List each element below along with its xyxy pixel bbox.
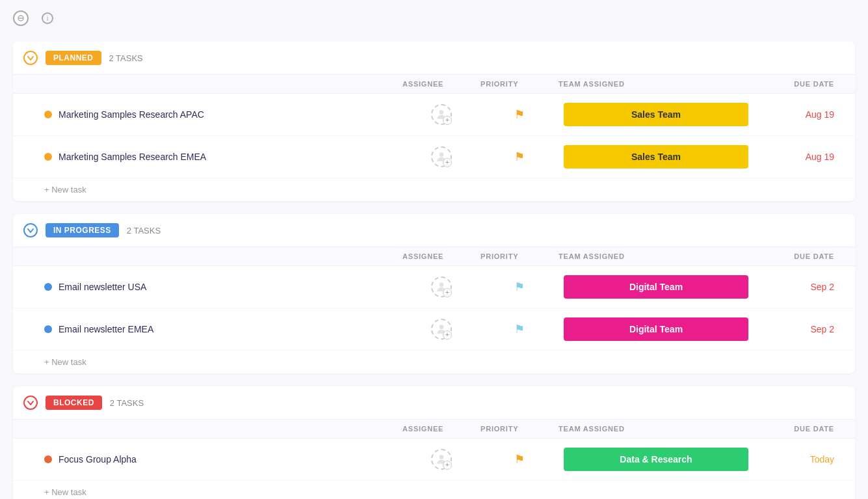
team-cell: Digital Team — [559, 317, 754, 341]
due-date: Sep 2 — [810, 282, 834, 292]
table-row[interactable]: Marketing Samples Research APAC + ⚑ Sale… — [13, 94, 855, 136]
col-header-task — [44, 252, 402, 260]
assignee-avatar[interactable]: + — [431, 449, 452, 470]
section-header-inprogress: IN PROGRESS 2 TASKS — [13, 214, 855, 247]
svg-point-4 — [440, 282, 444, 287]
col-header-due-date: DUE DATE — [754, 425, 845, 433]
assignee-cell[interactable]: + — [402, 104, 480, 125]
col-header-assignee: ASSIGNEE — [402, 425, 480, 433]
status-badge-inprogress: IN PROGRESS — [46, 223, 119, 237]
info-icon[interactable]: i — [42, 12, 53, 24]
priority-cell[interactable]: ⚑ — [480, 280, 559, 294]
priority-flag-icon: ⚑ — [514, 322, 525, 336]
task-dot — [44, 325, 52, 333]
task-count-planned: 2 TASKS — [109, 53, 143, 63]
svg-point-3 — [440, 152, 444, 157]
col-header-team-assigned: TEAM ASSIGNED — [559, 252, 754, 260]
add-assignee-icon[interactable]: + — [443, 330, 452, 340]
section-toggle-planned[interactable] — [23, 51, 38, 65]
task-dot — [44, 153, 52, 161]
task-name: Email newsletter EMEA — [59, 324, 153, 334]
col-headers-planned: ASSIGNEEPRIORITYTEAM ASSIGNEDDUE DATE — [13, 75, 855, 94]
table-row[interactable]: Focus Group Alpha + ⚑ Data & Research To… — [13, 438, 855, 481]
assignee-cell[interactable]: + — [402, 449, 480, 470]
assignee-cell[interactable]: + — [402, 146, 480, 167]
col-header-assignee: ASSIGNEE — [402, 252, 480, 260]
due-date: Sep 2 — [810, 324, 834, 334]
add-assignee-icon[interactable]: + — [443, 116, 452, 125]
section-inprogress: IN PROGRESS 2 TASKS ASSIGNEEPRIORITYTEAM… — [13, 214, 855, 373]
team-badge: Digital Team — [564, 317, 748, 341]
priority-flag-icon: ⚑ — [514, 280, 525, 294]
task-dot — [44, 283, 52, 291]
section-planned: PLANNED 2 TASKS ASSIGNEEPRIORITYTEAM ASS… — [13, 42, 855, 201]
priority-cell[interactable]: ⚑ — [480, 107, 559, 122]
col-header-priority: PRIORITY — [480, 252, 559, 260]
assignee-avatar[interactable]: + — [431, 276, 452, 297]
team-badge: Digital Team — [564, 275, 748, 299]
task-name-cell: Marketing Samples Research APAC — [44, 109, 402, 120]
table-row[interactable]: Email newsletter USA + ⚑ Digital Team Se… — [13, 266, 855, 308]
table-row[interactable]: Marketing Samples Research EMEA + ⚑ Sale… — [13, 136, 855, 178]
task-name: Marketing Samples Research EMEA — [59, 152, 206, 162]
assignee-avatar[interactable]: + — [431, 104, 452, 125]
col-header-due-date: DUE DATE — [754, 252, 845, 260]
add-assignee-icon[interactable]: + — [443, 288, 452, 297]
task-name: Focus Group Alpha — [59, 454, 137, 465]
col-headers-inprogress: ASSIGNEEPRIORITYTEAM ASSIGNEDDUE DATE — [13, 247, 855, 266]
due-date: Aug 19 — [806, 109, 834, 120]
assignee-avatar[interactable]: + — [431, 319, 452, 340]
task-count-inprogress: 2 TASKS — [127, 226, 161, 236]
task-count-blocked: 2 TASKS — [110, 398, 144, 408]
section-toggle-inprogress[interactable] — [23, 223, 38, 237]
collapse-button[interactable] — [13, 10, 29, 26]
page-wrapper: i PLANNED 2 TASKS ASSIGNEEPRIORITYTEAM A… — [0, 0, 868, 499]
col-header-task — [44, 425, 402, 433]
team-cell: Digital Team — [559, 275, 754, 299]
col-header-priority: PRIORITY — [480, 80, 559, 88]
task-dot — [44, 455, 52, 463]
task-name-cell: Email newsletter USA — [44, 282, 402, 292]
add-assignee-icon[interactable]: + — [443, 461, 452, 470]
due-date-cell: Sep 2 — [754, 282, 845, 292]
due-date: Today — [810, 454, 834, 465]
add-task-row[interactable]: + New task — [13, 178, 855, 201]
svg-point-6 — [440, 455, 444, 459]
task-name-cell: Email newsletter EMEA — [44, 324, 402, 334]
table-row[interactable]: Email newsletter EMEA + ⚑ Digital Team S… — [13, 308, 855, 351]
status-badge-planned: PLANNED — [46, 51, 101, 65]
priority-cell[interactable]: ⚑ — [480, 452, 559, 466]
new-task-button[interactable] — [60, 16, 70, 21]
svg-point-5 — [440, 325, 444, 329]
page-header: i — [13, 10, 855, 26]
section-header-planned: PLANNED 2 TASKS — [13, 42, 855, 75]
add-assignee-icon[interactable]: + — [443, 158, 452, 167]
col-header-team-assigned: TEAM ASSIGNED — [559, 80, 754, 88]
assignee-cell[interactable]: + — [402, 319, 480, 340]
col-header-priority: PRIORITY — [480, 425, 559, 433]
add-task-row[interactable]: + New task — [13, 351, 855, 373]
chevron-down-icon — [27, 228, 34, 233]
task-dot — [44, 111, 52, 118]
task-name-cell: Focus Group Alpha — [44, 454, 402, 465]
chevron-down-icon — [27, 401, 34, 405]
task-name: Email newsletter USA — [59, 282, 146, 292]
team-cell: Data & Research — [559, 448, 754, 471]
section-toggle-blocked[interactable] — [23, 396, 38, 410]
priority-flag-icon: ⚑ — [514, 150, 525, 164]
add-task-row[interactable]: + New task — [13, 481, 855, 499]
priority-flag-icon: ⚑ — [514, 452, 525, 466]
assignee-avatar[interactable]: + — [431, 146, 452, 167]
col-header-task — [44, 80, 402, 88]
assignee-cell[interactable]: + — [402, 276, 480, 297]
priority-cell[interactable]: ⚑ — [480, 150, 559, 164]
priority-flag-icon: ⚑ — [514, 107, 525, 122]
chevron-down-icon — [27, 56, 34, 61]
svg-point-2 — [440, 110, 444, 115]
team-cell: Sales Team — [559, 145, 754, 169]
collapse-icon — [18, 15, 24, 21]
col-header-due-date: DUE DATE — [754, 80, 845, 88]
priority-cell[interactable]: ⚑ — [480, 322, 559, 336]
status-badge-blocked: BLOCKED — [46, 396, 102, 410]
due-date-cell: Aug 19 — [754, 109, 845, 120]
